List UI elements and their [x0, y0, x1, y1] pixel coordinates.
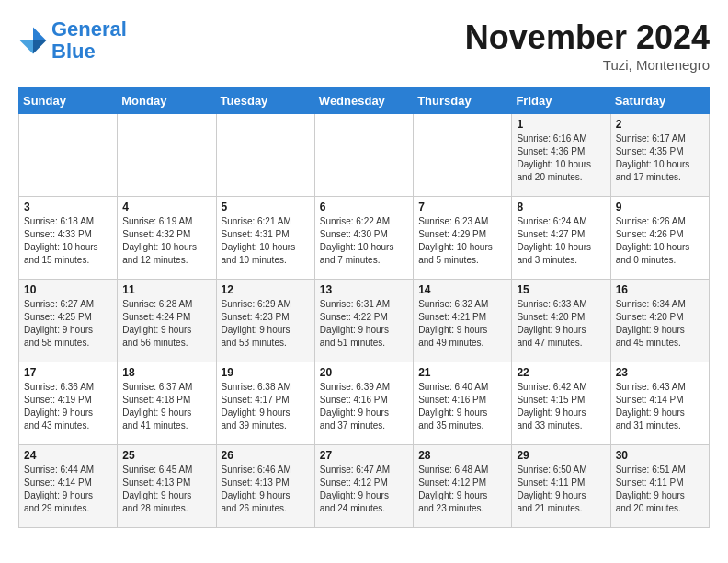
day-number: 18 [122, 366, 210, 379]
header-wednesday: Wednesday [314, 88, 413, 114]
day-cell: 15Sunrise: 6:33 AM Sunset: 4:20 PM Dayli… [512, 280, 610, 362]
day-info: Sunrise: 6:19 AM Sunset: 4:32 PM Dayligh… [122, 215, 210, 267]
day-cell [19, 114, 118, 197]
header-row: Sunday Monday Tuesday Wednesday Thursday… [19, 88, 710, 114]
day-number: 12 [222, 283, 310, 296]
month-title: November 2024 [465, 18, 710, 57]
day-cell: 11Sunrise: 6:28 AM Sunset: 4:24 PM Dayli… [118, 280, 216, 362]
day-number: 24 [24, 449, 112, 462]
week-row-4: 17Sunrise: 6:36 AM Sunset: 4:19 PM Dayli… [19, 362, 710, 445]
week-row-3: 10Sunrise: 6:27 AM Sunset: 4:25 PM Dayli… [19, 280, 710, 362]
day-info: Sunrise: 6:31 AM Sunset: 4:22 PM Dayligh… [320, 298, 408, 350]
day-cell: 20Sunrise: 6:39 AM Sunset: 4:16 PM Dayli… [314, 362, 413, 445]
day-number: 10 [24, 283, 112, 296]
day-cell: 19Sunrise: 6:38 AM Sunset: 4:17 PM Dayli… [216, 362, 314, 445]
day-info: Sunrise: 6:50 AM Sunset: 4:11 PM Dayligh… [517, 464, 605, 515]
header-friday: Friday [512, 88, 610, 114]
calendar-body: 1Sunrise: 6:16 AM Sunset: 4:36 PM Daylig… [19, 114, 710, 528]
day-info: Sunrise: 6:34 AM Sunset: 4:20 PM Dayligh… [616, 298, 704, 350]
day-info: Sunrise: 6:36 AM Sunset: 4:19 PM Dayligh… [24, 381, 112, 432]
day-number: 30 [616, 449, 704, 462]
day-info: Sunrise: 6:21 AM Sunset: 4:31 PM Dayligh… [222, 215, 310, 267]
day-cell: 3Sunrise: 6:18 AM Sunset: 4:33 PM Daylig… [19, 197, 118, 280]
week-row-2: 3Sunrise: 6:18 AM Sunset: 4:33 PM Daylig… [19, 197, 710, 280]
day-cell: 9Sunrise: 6:26 AM Sunset: 4:26 PM Daylig… [610, 197, 709, 280]
day-number: 13 [320, 283, 408, 296]
day-cell: 8Sunrise: 6:24 AM Sunset: 4:27 PM Daylig… [512, 197, 610, 280]
day-number: 16 [616, 283, 704, 296]
day-info: Sunrise: 6:32 AM Sunset: 4:21 PM Dayligh… [418, 298, 506, 350]
header: General Blue November 2024 Tuzi, Montene… [18, 18, 710, 73]
day-cell: 26Sunrise: 6:46 AM Sunset: 4:13 PM Dayli… [216, 445, 314, 528]
day-info: Sunrise: 6:37 AM Sunset: 4:18 PM Dayligh… [122, 381, 210, 432]
day-info: Sunrise: 6:23 AM Sunset: 4:29 PM Dayligh… [418, 215, 506, 267]
day-cell: 4Sunrise: 6:19 AM Sunset: 4:32 PM Daylig… [118, 197, 216, 280]
day-cell: 14Sunrise: 6:32 AM Sunset: 4:21 PM Dayli… [414, 280, 512, 362]
day-number: 25 [122, 449, 210, 462]
svg-marker-0 [33, 28, 46, 40]
title-area: November 2024 Tuzi, Montenegro [465, 18, 710, 73]
logo: General Blue [18, 18, 127, 63]
day-info: Sunrise: 6:18 AM Sunset: 4:33 PM Dayligh… [24, 215, 112, 267]
day-number: 17 [24, 366, 112, 379]
logo-icon [18, 26, 48, 55]
day-info: Sunrise: 6:46 AM Sunset: 4:13 PM Dayligh… [222, 464, 310, 515]
day-cell: 25Sunrise: 6:45 AM Sunset: 4:13 PM Dayli… [118, 445, 216, 528]
day-info: Sunrise: 6:43 AM Sunset: 4:14 PM Dayligh… [616, 381, 704, 432]
day-cell: 21Sunrise: 6:40 AM Sunset: 4:16 PM Dayli… [414, 362, 512, 445]
day-number: 21 [418, 366, 506, 379]
day-cell: 16Sunrise: 6:34 AM Sunset: 4:20 PM Dayli… [610, 280, 709, 362]
day-number: 4 [122, 201, 210, 213]
day-info: Sunrise: 6:48 AM Sunset: 4:12 PM Dayligh… [418, 464, 506, 515]
day-number: 26 [222, 449, 310, 462]
calendar-header: Sunday Monday Tuesday Wednesday Thursday… [19, 88, 710, 114]
day-number: 14 [418, 283, 506, 296]
day-number: 11 [122, 283, 210, 296]
day-number: 20 [320, 366, 408, 379]
week-row-5: 24Sunrise: 6:44 AM Sunset: 4:14 PM Dayli… [19, 445, 710, 528]
day-info: Sunrise: 6:22 AM Sunset: 4:30 PM Dayligh… [320, 215, 408, 267]
day-cell [216, 114, 314, 197]
day-info: Sunrise: 6:39 AM Sunset: 4:16 PM Dayligh… [320, 381, 408, 432]
calendar-table: Sunday Monday Tuesday Wednesday Thursday… [18, 87, 710, 528]
day-cell: 6Sunrise: 6:22 AM Sunset: 4:30 PM Daylig… [314, 197, 413, 280]
day-cell: 27Sunrise: 6:47 AM Sunset: 4:12 PM Dayli… [314, 445, 413, 528]
day-info: Sunrise: 6:44 AM Sunset: 4:14 PM Dayligh… [24, 464, 112, 515]
day-cell: 12Sunrise: 6:29 AM Sunset: 4:23 PM Dayli… [216, 280, 314, 362]
day-cell: 17Sunrise: 6:36 AM Sunset: 4:19 PM Dayli… [19, 362, 118, 445]
day-info: Sunrise: 6:51 AM Sunset: 4:11 PM Dayligh… [616, 464, 704, 515]
day-info: Sunrise: 6:29 AM Sunset: 4:23 PM Dayligh… [222, 298, 310, 350]
day-cell: 22Sunrise: 6:42 AM Sunset: 4:15 PM Dayli… [512, 362, 610, 445]
day-info: Sunrise: 6:17 AM Sunset: 4:35 PM Dayligh… [616, 132, 704, 184]
day-cell: 24Sunrise: 6:44 AM Sunset: 4:14 PM Dayli… [19, 445, 118, 528]
day-info: Sunrise: 6:28 AM Sunset: 4:24 PM Dayligh… [122, 298, 210, 350]
day-cell: 5Sunrise: 6:21 AM Sunset: 4:31 PM Daylig… [216, 197, 314, 280]
day-number: 23 [616, 366, 704, 379]
day-info: Sunrise: 6:40 AM Sunset: 4:16 PM Dayligh… [418, 381, 506, 432]
header-tuesday: Tuesday [216, 88, 314, 114]
svg-marker-1 [33, 40, 46, 53]
day-number: 19 [222, 366, 310, 379]
day-info: Sunrise: 6:42 AM Sunset: 4:15 PM Dayligh… [517, 381, 605, 432]
day-info: Sunrise: 6:45 AM Sunset: 4:13 PM Dayligh… [122, 464, 210, 515]
day-info: Sunrise: 6:47 AM Sunset: 4:12 PM Dayligh… [320, 464, 408, 515]
day-cell: 18Sunrise: 6:37 AM Sunset: 4:18 PM Dayli… [118, 362, 216, 445]
day-cell: 30Sunrise: 6:51 AM Sunset: 4:11 PM Dayli… [610, 445, 709, 528]
day-cell: 28Sunrise: 6:48 AM Sunset: 4:12 PM Dayli… [414, 445, 512, 528]
day-number: 7 [418, 201, 506, 213]
day-cell [414, 114, 512, 197]
day-number: 1 [517, 118, 605, 131]
day-info: Sunrise: 6:33 AM Sunset: 4:20 PM Dayligh… [517, 298, 605, 350]
day-cell [118, 114, 216, 197]
week-row-1: 1Sunrise: 6:16 AM Sunset: 4:36 PM Daylig… [19, 114, 710, 197]
location: Tuzi, Montenegro [465, 57, 710, 73]
header-monday: Monday [118, 88, 216, 114]
day-cell: 10Sunrise: 6:27 AM Sunset: 4:25 PM Dayli… [19, 280, 118, 362]
day-number: 28 [418, 449, 506, 462]
day-cell: 2Sunrise: 6:17 AM Sunset: 4:35 PM Daylig… [610, 114, 709, 197]
day-number: 22 [517, 366, 605, 379]
day-number: 29 [517, 449, 605, 462]
day-number: 6 [320, 201, 408, 213]
day-cell [314, 114, 413, 197]
day-cell: 1Sunrise: 6:16 AM Sunset: 4:36 PM Daylig… [512, 114, 610, 197]
